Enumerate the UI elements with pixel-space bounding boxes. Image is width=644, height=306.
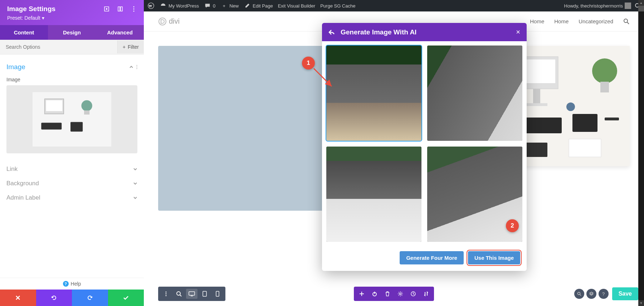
mobile-view-icon[interactable] [212, 289, 223, 299]
undo-button[interactable] [36, 290, 72, 306]
modal-footer: Generate Four More Use This Image [322, 246, 527, 271]
confirm-button[interactable] [108, 290, 144, 306]
generated-image-3[interactable] [326, 147, 421, 242]
settings-title: Image Settings [7, 5, 55, 13]
close-icon[interactable]: × [516, 28, 520, 36]
outer-scrollbar[interactable]: ▲ ▼ [638, 0, 644, 306]
svg-point-26 [592, 58, 617, 83]
redo-button[interactable] [72, 290, 108, 306]
chevron-down-icon [133, 181, 137, 186]
wp-site-name: My WordPress [169, 3, 199, 9]
columns-icon[interactable] [117, 6, 123, 12]
main-canvas: My WordPress 0 +New Edit Page Exit Visua… [144, 0, 644, 306]
wp-dashboard[interactable]: My WordPress [160, 2, 199, 9]
modal-header: Generate Image With AI × [322, 23, 527, 41]
trash-icon[interactable] [382, 289, 393, 299]
svg-rect-30 [569, 139, 601, 157]
filter-button[interactable]: + Filter [117, 40, 144, 53]
toolbar-group-left [158, 287, 225, 301]
svg-rect-39 [189, 292, 195, 295]
wp-purge-cache[interactable]: Purge SG Cache [320, 3, 355, 9]
nav-uncategorized[interactable]: Uncategorized [579, 18, 613, 24]
search-icon[interactable] [623, 18, 630, 25]
svg-rect-13 [42, 123, 62, 130]
svg-point-20 [624, 19, 628, 23]
layers-icon[interactable] [586, 289, 596, 299]
zoom-icon[interactable] [173, 289, 185, 299]
section-background-header[interactable]: Background [6, 176, 137, 191]
generate-more-button[interactable]: Generate Four More [400, 251, 464, 264]
preset-label: Preset: Default [7, 15, 40, 21]
nav-home-2[interactable]: Home [554, 18, 569, 24]
svg-point-43 [400, 293, 401, 295]
more-icon[interactable] [160, 289, 172, 299]
help-icon: ? [63, 281, 69, 287]
svg-rect-16 [84, 110, 89, 114]
search-input[interactable] [0, 40, 117, 54]
help-circle-icon[interactable]: ? [599, 289, 609, 299]
scroll-thumb[interactable] [638, 6, 644, 11]
svg-rect-33 [605, 118, 619, 120]
wp-logo[interactable] [147, 2, 155, 9]
more-icon[interactable] [131, 6, 137, 12]
chevron-down-icon [133, 196, 137, 200]
avatar [625, 3, 631, 9]
tab-advanced[interactable]: Advanced [96, 25, 144, 40]
svg-line-34 [314, 68, 332, 86]
svg-point-15 [82, 100, 92, 111]
section-link-title: Link [6, 166, 18, 173]
nav-home-1[interactable]: Home [530, 18, 544, 24]
sort-icon[interactable] [420, 289, 432, 299]
annotation-badge-1: 1 [302, 57, 315, 70]
svg-point-6 [133, 11, 135, 12]
generated-image-grid [326, 46, 522, 242]
annotation-arrow-1 [312, 67, 337, 92]
save-button[interactable]: Save [612, 287, 638, 300]
svg-point-35 [166, 292, 167, 293]
generated-image-2[interactable] [427, 46, 522, 141]
help-row[interactable]: ? Help [0, 278, 144, 290]
svg-point-32 [566, 102, 575, 111]
section-link-header[interactable]: Link [6, 162, 137, 176]
scroll-up-icon[interactable]: ▲ [638, 0, 644, 6]
wp-edit-label: Edit Page [253, 3, 273, 9]
wp-edit-page[interactable]: Edit Page [244, 2, 273, 9]
svg-rect-31 [526, 143, 547, 157]
back-icon[interactable] [328, 29, 336, 35]
cancel-button[interactable] [0, 290, 36, 306]
settings-tabs: Content Design Advanced [0, 25, 144, 40]
history-icon[interactable] [408, 289, 419, 299]
svg-rect-41 [216, 291, 219, 296]
add-icon[interactable] [356, 289, 367, 299]
tablet-view-icon[interactable] [199, 289, 210, 299]
gear-icon[interactable] [395, 289, 406, 299]
wp-exit-builder[interactable]: Exit Visual Builder [278, 3, 316, 9]
svg-rect-2 [118, 7, 120, 11]
pencil-icon [244, 2, 251, 9]
search-circle-icon[interactable] [574, 289, 584, 299]
use-this-image-button[interactable]: Use This Image [468, 251, 520, 264]
expand-icon[interactable] [104, 6, 109, 12]
desktop-view-icon[interactable] [186, 289, 197, 299]
bottom-actions [0, 290, 144, 306]
tab-design[interactable]: Design [48, 25, 96, 40]
svg-point-9 [136, 68, 137, 69]
section-image-header[interactable]: Image [6, 59, 137, 75]
wp-howdy[interactable]: Howdy, thechristophermorris [564, 3, 631, 9]
divi-logo[interactable]: divi [158, 17, 180, 26]
svg-point-37 [166, 295, 167, 296]
chevron-down-icon [133, 167, 137, 171]
more-icon[interactable] [136, 65, 137, 69]
section-admin-label-header[interactable]: Admin Label [6, 191, 137, 205]
section-background-title: Background [6, 180, 39, 187]
wp-comments[interactable]: 0 [204, 2, 215, 9]
preset-dropdown[interactable]: Preset: Default ▾ [7, 15, 137, 21]
scroll-down-icon[interactable]: ▼ [638, 300, 644, 306]
toolbar-right-icons: ? [574, 289, 609, 299]
power-icon[interactable] [369, 289, 380, 299]
tab-content[interactable]: Content [0, 25, 48, 40]
image-preview[interactable] [6, 85, 137, 153]
panel-body: Image Image Link [0, 54, 144, 278]
wp-new[interactable]: +New [220, 2, 239, 9]
generated-image-1[interactable] [326, 46, 421, 141]
